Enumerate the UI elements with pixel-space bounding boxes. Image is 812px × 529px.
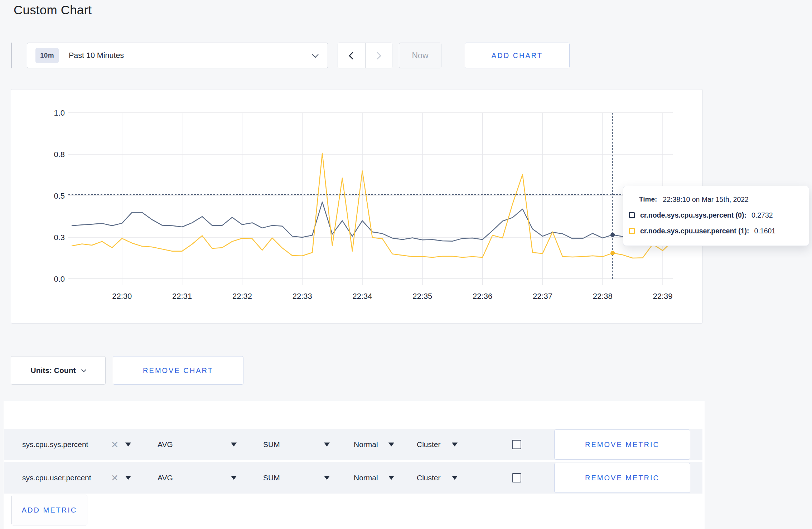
units-label: Units: Count <box>31 366 76 375</box>
svg-text:0.5: 0.5 <box>54 191 65 200</box>
caret-down-icon[interactable] <box>125 476 131 480</box>
sys-series-swatch-icon <box>629 212 635 218</box>
source-select[interactable]: Cluster <box>417 440 441 449</box>
caret-down-icon[interactable] <box>231 443 237 447</box>
svg-text:22:35: 22:35 <box>412 292 432 301</box>
downsampler-select[interactable]: AVG <box>158 440 173 449</box>
tooltip-series-label: cr.node.sys.cpu.sys.percent (0): <box>640 211 746 219</box>
aggregator-select[interactable]: SUM <box>263 440 280 449</box>
chart-panel[interactable]: 0.00.30.50.81.022:3022:3122:3222:3322:34… <box>11 89 703 324</box>
toolbar-divider <box>11 43 12 68</box>
time-pager <box>338 43 392 68</box>
units-select[interactable]: Units: Count <box>11 356 106 385</box>
page-title: Custom Chart <box>14 3 92 17</box>
tooltip-time-value: 22:38:10 on Mar 15th, 2022 <box>663 195 749 204</box>
now-button[interactable]: Now <box>399 43 441 68</box>
source-select[interactable]: Cluster <box>417 474 441 482</box>
chart-tooltip: Time: 22:38:10 on Mar 15th, 2022 cr.node… <box>623 186 809 246</box>
svg-text:0.3: 0.3 <box>54 233 65 242</box>
svg-text:22:32: 22:32 <box>232 292 252 301</box>
svg-text:0.8: 0.8 <box>54 150 65 159</box>
tooltip-series-value: 0.2732 <box>751 211 773 219</box>
caret-down-icon[interactable] <box>452 443 458 447</box>
caret-down-icon[interactable] <box>388 443 394 447</box>
svg-text:22:31: 22:31 <box>172 292 192 301</box>
time-range-label: Past 10 Minutes <box>69 51 313 60</box>
chevron-right-icon <box>374 52 381 59</box>
svg-text:22:38: 22:38 <box>593 292 613 301</box>
svg-text:1.0: 1.0 <box>54 108 65 117</box>
remove-metric-button[interactable]: REMOVE METRIC <box>554 429 690 460</box>
rate-select[interactable]: Normal <box>354 440 378 449</box>
time-range-badge: 10m <box>35 48 59 63</box>
user-series-swatch-icon <box>629 228 635 234</box>
svg-text:22:30: 22:30 <box>112 292 132 301</box>
svg-text:22:34: 22:34 <box>353 292 372 301</box>
downsampler-select[interactable]: AVG <box>158 474 173 482</box>
per-node-checkbox[interactable] <box>512 440 521 449</box>
add-metric-button[interactable]: ADD METRIC <box>11 495 87 525</box>
caret-down-icon[interactable] <box>231 476 237 480</box>
x-icon[interactable]: ✕ <box>111 473 119 483</box>
tooltip-series-value: 0.1601 <box>754 227 776 235</box>
remove-chart-button[interactable]: REMOVE CHART <box>113 356 243 385</box>
caret-down-icon[interactable] <box>324 443 330 447</box>
aggregator-select[interactable]: SUM <box>263 474 280 482</box>
tooltip-time-label: Time: <box>639 195 657 203</box>
chevron-left-icon <box>349 52 356 59</box>
svg-text:0.0: 0.0 <box>54 275 65 283</box>
add-chart-button[interactable]: ADD CHART <box>465 43 570 68</box>
metric-name-value[interactable]: sys.cpu.user.percent <box>22 474 91 482</box>
tooltip-series-label: cr.node.sys.cpu.user.percent (1): <box>640 227 749 235</box>
time-prev-button[interactable] <box>338 43 365 68</box>
time-range-select[interactable]: 10m Past 10 Minutes <box>27 43 328 68</box>
x-icon[interactable]: ✕ <box>111 440 119 450</box>
chevron-down-icon <box>312 51 318 58</box>
line-chart: 0.00.30.50.81.022:3022:3122:3222:3322:34… <box>11 89 702 323</box>
caret-down-icon[interactable] <box>452 476 458 480</box>
chevron-down-icon <box>81 367 86 372</box>
rate-select[interactable]: Normal <box>354 474 378 482</box>
svg-text:22:36: 22:36 <box>473 292 492 301</box>
svg-text:22:39: 22:39 <box>653 292 673 301</box>
caret-down-icon[interactable] <box>324 476 330 480</box>
caret-down-icon[interactable] <box>388 476 394 480</box>
tooltip-series-row: cr.node.sys.cpu.user.percent (1): 0.1601 <box>628 225 802 236</box>
caret-down-icon[interactable] <box>125 443 131 447</box>
tooltip-series-row: cr.node.sys.cpu.sys.percent (0): 0.2732 <box>628 210 802 220</box>
svg-text:22:33: 22:33 <box>293 292 312 301</box>
remove-metric-button[interactable]: REMOVE METRIC <box>554 463 690 493</box>
metric-name-value[interactable]: sys.cpu.sys.percent <box>22 440 88 449</box>
per-node-checkbox[interactable] <box>512 473 521 482</box>
tooltip-time-row: Time: 22:38:10 on Mar 15th, 2022 <box>628 194 802 205</box>
svg-text:22:37: 22:37 <box>533 292 552 301</box>
time-next-button[interactable] <box>365 43 392 68</box>
